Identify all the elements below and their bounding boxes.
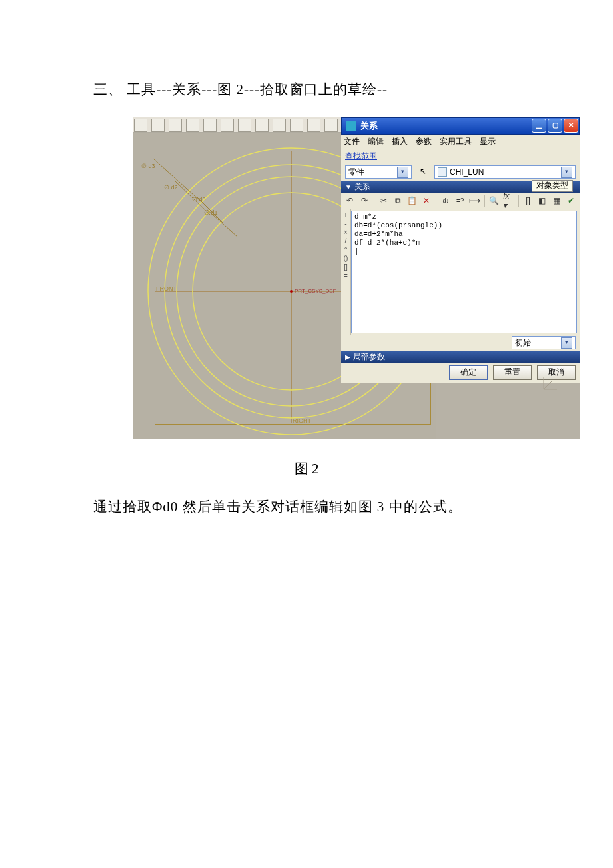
dim-d1[interactable]: ∅ d1: [204, 209, 218, 216]
chevron-down-icon[interactable]: ▾: [397, 167, 408, 178]
param-icon[interactable]: ◧: [536, 193, 548, 208]
model-combo-value: CHI_LUN: [450, 167, 484, 177]
toolbar-icon[interactable]: [307, 119, 320, 132]
figure-caption: 图 2: [93, 459, 520, 478]
toolbar-icon[interactable]: [203, 119, 217, 132]
menu-insert[interactable]: 插入: [392, 136, 408, 147]
verify-icon[interactable]: ✔: [565, 193, 577, 208]
delete-icon[interactable]: ✕: [420, 193, 432, 208]
lookin-row: 查找范围: [341, 148, 580, 163]
op-div[interactable]: /: [341, 237, 350, 245]
type-combo-value: 零件: [348, 167, 364, 178]
chevron-right-icon: ▶: [345, 353, 350, 361]
op-pow[interactable]: ^: [341, 245, 350, 254]
op-plus[interactable]: +: [341, 211, 350, 219]
menu-show[interactable]: 显示: [480, 136, 496, 147]
cancel-button[interactable]: 取消: [537, 365, 576, 380]
chevron-down-icon[interactable]: ▾: [561, 337, 572, 349]
op-minus[interactable]: -: [341, 219, 350, 228]
model-combo[interactable]: CHI_LUN ▾: [434, 165, 576, 179]
menu-params[interactable]: 参数: [416, 136, 432, 147]
op-bracket[interactable]: []: [341, 263, 350, 271]
relations-editor[interactable]: d=m*z db=d*(cos(prsangle)) da=d+2*m*ha d…: [351, 211, 577, 333]
chevron-down-icon: ▼: [345, 183, 352, 191]
csys-label: PRT_CSYS_DEF: [295, 288, 336, 294]
brackets-icon[interactable]: []: [522, 193, 534, 208]
dim-d0[interactable]: ∅ d0: [192, 196, 206, 203]
menu-utilities[interactable]: 实用工具: [440, 136, 472, 147]
dialog-button-row: 确定 重置 取消: [341, 363, 580, 383]
init-combo-value: 初始: [515, 337, 531, 349]
op-paren[interactable]: (): [341, 254, 350, 263]
close-button[interactable]: ✕: [564, 119, 578, 133]
editor-toolbar: ↶ ↷ ✂ ⧉ 📋 ✕ d↓ =? ⟼ 🔍 fx ▾ [] ◧ ▦ ✔: [341, 193, 580, 209]
paste-icon[interactable]: 📋: [406, 193, 418, 208]
object-type-button[interactable]: 对象类型: [532, 180, 573, 192]
lookin-link[interactable]: 查找范围: [345, 151, 377, 161]
cut-icon[interactable]: ✂: [378, 193, 390, 208]
equals-q-icon[interactable]: =?: [454, 193, 466, 208]
section-heading: 三、 工具---关系---图 2---拾取窗口上的草绘--: [93, 80, 520, 99]
function-icon[interactable]: fx ▾: [502, 193, 514, 208]
model-icon: [438, 167, 447, 177]
toolbar-icon[interactable]: [324, 119, 338, 132]
toolbar-icon[interactable]: [255, 119, 269, 132]
redo-icon[interactable]: ↷: [358, 193, 370, 208]
relation-icon[interactable]: ▦: [550, 193, 562, 208]
body-text: 通过拾取Φd0 然后单击关系对话框编辑如图 3 中的公式。: [93, 499, 462, 515]
toolbar-icon[interactable]: [238, 119, 251, 132]
toolbar-icon[interactable]: [221, 119, 234, 132]
sort-icon[interactable]: d↓: [440, 193, 452, 208]
toolbar-icon[interactable]: [169, 119, 182, 132]
ruler-icon[interactable]: ⟼: [468, 193, 481, 208]
editor-gutter: + - × / ^ () [] =: [341, 209, 351, 335]
op-mul[interactable]: ×: [341, 228, 350, 237]
maximize-button[interactable]: ▢: [548, 119, 562, 133]
local-params-section-header[interactable]: ▶ 局部参数: [341, 351, 580, 363]
toolbar-icon[interactable]: [151, 119, 165, 132]
chevron-down-icon[interactable]: ▾: [561, 167, 572, 178]
find-icon[interactable]: 🔍: [488, 193, 500, 208]
figure-2-screenshot: ∅ d3 ∅ d2 ∅ d0 ∅ d1 FRONT RIGHT PRT_CSYS…: [133, 117, 580, 439]
axis-right-label: RIGHT: [293, 417, 311, 424]
reset-button[interactable]: 重置: [493, 365, 532, 380]
undo-icon[interactable]: ↶: [344, 193, 356, 208]
ok-button[interactable]: 确定: [449, 365, 488, 380]
init-combo[interactable]: 初始 ▾: [512, 336, 576, 349]
type-combo[interactable]: 零件 ▾: [345, 165, 412, 179]
toolbar-icon[interactable]: [290, 119, 303, 132]
local-params-label: 局部参数: [353, 351, 385, 363]
relations-dialog: 关系 ▁ ▢ ✕ 文件 编辑 插入 参数 实用工具 显示 查找范围: [341, 117, 580, 373]
menu-edit[interactable]: 编辑: [368, 136, 384, 147]
editor-body: + - × / ^ () [] = d=m*z db=d*(cos(prsang…: [341, 209, 580, 335]
minimize-button[interactable]: ▁: [532, 119, 546, 133]
pick-cursor-button[interactable]: ↖: [416, 165, 430, 179]
copy-icon[interactable]: ⧉: [392, 193, 404, 208]
relations-section-header[interactable]: ▼ 关系 对象类型: [341, 181, 580, 193]
toolbar-icon[interactable]: [134, 119, 147, 132]
relations-section-label: 关系: [354, 181, 370, 193]
axis-front-label: FRONT: [156, 285, 177, 292]
dialog-menu-bar: 文件 编辑 插入 参数 实用工具 显示: [341, 135, 580, 148]
menu-file[interactable]: 文件: [344, 136, 360, 147]
dim-d2[interactable]: ∅ d2: [164, 184, 178, 191]
body-paragraph: 通过拾取Φd0 然后单击关系对话框编辑如图 3 中的公式。: [93, 494, 520, 521]
dialog-icon: [346, 121, 356, 131]
toolbar-icon[interactable]: [186, 119, 199, 132]
dialog-title: 关系: [360, 120, 531, 132]
dialog-title-bar[interactable]: 关系 ▁ ▢ ✕: [341, 117, 580, 135]
op-eq[interactable]: =: [341, 271, 350, 280]
dim-d3[interactable]: ∅ d3: [141, 163, 155, 169]
toolbar-icon[interactable]: [273, 119, 286, 132]
